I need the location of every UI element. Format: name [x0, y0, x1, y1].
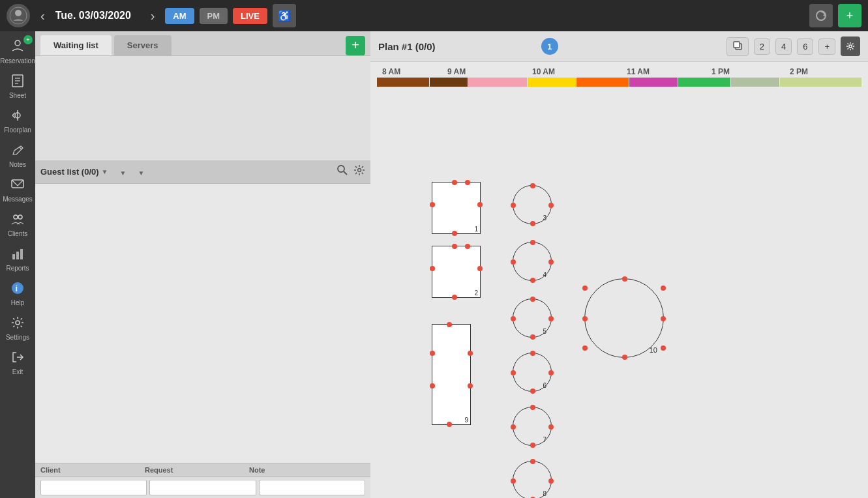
date-label: Tue. 03/03/2020 — [55, 10, 140, 22]
table-2-num: 2 — [472, 289, 480, 297]
request-input[interactable] — [149, 480, 256, 495]
svg-line-25 — [344, 171, 347, 175]
guest-list-area — [35, 184, 370, 463]
plan-badge: 1 — [541, 38, 558, 55]
table-6[interactable]: 6 — [513, 353, 552, 392]
table-4-num: 4 — [541, 271, 548, 279]
table-10[interactable]: 10 — [584, 278, 664, 358]
plan-plus-button[interactable]: + — [818, 38, 835, 55]
tbar-9 — [780, 78, 861, 87]
guest-list-title-text: Guest list (0/0) — [40, 167, 99, 177]
settings-icon — [10, 315, 25, 332]
svg-point-26 — [358, 169, 361, 172]
clients-icon — [10, 212, 25, 229]
svg-point-24 — [338, 166, 344, 172]
svg-point-15 — [14, 215, 18, 219]
reports-icon — [10, 246, 25, 263]
live-tab-button[interactable]: LIVE — [233, 8, 267, 24]
table-5-num: 5 — [541, 327, 548, 336]
footer-client-col: Client — [40, 466, 145, 474]
sidebar-item-help[interactable]: i Help — [1, 277, 34, 310]
plan-title: Plan #1 (0/0) — [378, 41, 536, 52]
reservation-label: Reservation — [0, 57, 35, 65]
svg-text:i: i — [16, 284, 18, 293]
sidebar-item-notes[interactable]: Notes — [1, 139, 34, 172]
plan-copy-button[interactable] — [726, 37, 749, 56]
table-1[interactable]: 1 — [432, 182, 481, 234]
prev-date-button[interactable]: ‹ — [35, 6, 50, 26]
plan-settings-button[interactable] — [841, 37, 860, 56]
plan-num-4-button[interactable]: 4 — [775, 38, 792, 55]
floorplan-icon — [10, 108, 25, 125]
time-1pm: 1 PM — [706, 65, 785, 76]
servers-tab[interactable]: Servers — [114, 35, 172, 55]
table-2[interactable]: 2 — [432, 246, 481, 298]
sheet-icon — [10, 74, 25, 91]
table-5[interactable]: 5 — [513, 299, 552, 338]
sidebar-item-reports[interactable]: Reports — [1, 242, 34, 276]
table-8[interactable]: 8 — [513, 461, 552, 498]
floorplan-area: 1 2 9 — [370, 91, 868, 498]
plan-num-2-button[interactable]: 2 — [754, 38, 770, 55]
sidebar-item-messages[interactable]: Messages — [1, 173, 34, 207]
extra-filter-1: ▼ — [119, 166, 126, 178]
footer-inputs — [35, 476, 370, 498]
sidebar-item-sheet[interactable]: Sheet — [1, 70, 34, 103]
panel-add-button[interactable]: + — [346, 36, 365, 55]
client-input[interactable] — [40, 480, 147, 495]
global-add-button[interactable]: + — [838, 4, 861, 27]
svg-rect-18 — [16, 252, 19, 259]
refresh-button[interactable] — [809, 4, 833, 27]
table-9[interactable]: 9 — [432, 324, 471, 425]
sidebar-item-clients[interactable]: Clients — [1, 208, 34, 241]
notes-label: Notes — [9, 161, 26, 168]
filter-arrow-1: ▼ — [119, 169, 126, 177]
sidebar-item-settings[interactable]: Settings — [1, 312, 34, 345]
sheet-label: Sheet — [9, 92, 26, 99]
footer-note-col: Note — [249, 466, 365, 474]
tbar-6 — [629, 78, 678, 87]
tbar-3 — [468, 78, 527, 87]
top-bar: ‹ Tue. 03/03/2020 › AM PM LIVE ♿ + — [0, 0, 868, 31]
panel-empty-area — [35, 56, 370, 160]
svg-line-13 — [20, 147, 22, 149]
guest-settings-button[interactable] — [353, 164, 365, 179]
guest-list-footer: Client Request Note — [35, 463, 370, 476]
reports-label: Reports — [6, 265, 29, 272]
help-label: Help — [11, 299, 25, 306]
extra-filter-2: ▼ — [138, 166, 144, 178]
table-10-num: 10 — [648, 345, 659, 355]
pm-tab-button[interactable]: PM — [200, 8, 228, 24]
app-logo — [7, 4, 30, 27]
table-1-num: 1 — [472, 225, 480, 233]
search-button[interactable] — [337, 164, 348, 179]
time-11am: 11 AM — [621, 65, 706, 76]
next-date-button[interactable]: › — [145, 6, 160, 26]
time-10am: 10 AM — [527, 65, 621, 76]
tbar-4 — [528, 78, 576, 87]
left-panel: Waiting list Servers + Guest list (0/0) … — [35, 31, 370, 498]
guest-list-dropdown-arrow: ▼ — [102, 168, 108, 175]
timeline-labels: 8 AM 9 AM 10 AM 11 AM 1 PM 2 PM — [370, 62, 868, 76]
timeline-color-bars — [377, 78, 861, 87]
tbar-8 — [731, 78, 779, 87]
floorplan-label: Floorplan — [4, 126, 31, 134]
svg-point-4 — [15, 40, 20, 46]
sidebar-item-floorplan[interactable]: Floorplan — [1, 104, 34, 138]
sidebar-item-exit[interactable]: Exit — [1, 346, 34, 379]
table-7[interactable]: 7 — [513, 407, 552, 446]
table-4[interactable]: 4 — [513, 242, 552, 281]
right-panel: Plan #1 (0/0) 1 2 4 6 + 8 AM — [370, 31, 868, 498]
table-9-num: 9 — [462, 416, 470, 424]
am-tab-button[interactable]: AM — [165, 8, 194, 24]
sidebar-item-reservation[interactable]: + Reservation — [1, 34, 34, 68]
time-9am: 9 AM — [442, 65, 527, 76]
tbar-5 — [576, 78, 629, 87]
note-input[interactable] — [259, 480, 365, 495]
plan-num-6-button[interactable]: 6 — [797, 38, 813, 55]
svg-rect-19 — [20, 249, 23, 259]
table-3[interactable]: 3 — [513, 185, 552, 224]
waiting-list-tab[interactable]: Waiting list — [40, 35, 112, 55]
accessibility-button[interactable]: ♿ — [273, 4, 296, 27]
footer-request-col: Request — [145, 466, 249, 474]
